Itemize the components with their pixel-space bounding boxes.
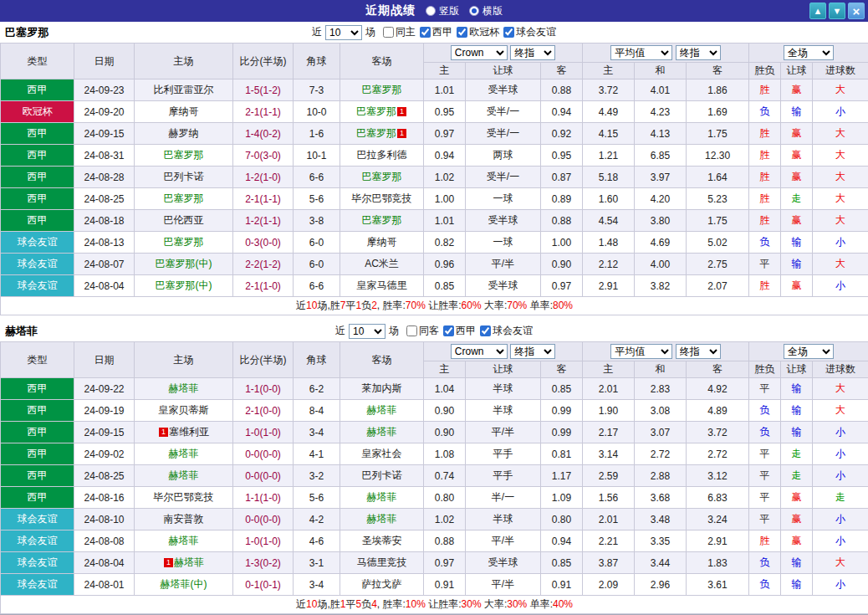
- avg-odds-select[interactable]: 平均值: [610, 45, 672, 60]
- handicap-cell: 受半/一: [466, 101, 541, 123]
- goals-cell: 小: [813, 422, 868, 443]
- filter-checkbox-input[interactable]: [503, 27, 514, 38]
- avg-stage-select[interactable]: 终指: [676, 45, 721, 60]
- away-odds-cell: 0.99: [541, 400, 583, 422]
- recent-count-select[interactable]: 10: [325, 25, 362, 40]
- filter-checkbox[interactable]: 同客: [406, 324, 439, 338]
- home-odds-cell: 1.08: [424, 443, 466, 465]
- away-team-cell: 赫塔菲: [340, 400, 424, 422]
- result-cell: 负: [749, 552, 781, 574]
- filter-checkbox-input[interactable]: [420, 27, 431, 38]
- avg-odds-select[interactable]: 平均值: [610, 344, 672, 359]
- odds-company-select[interactable]: Crown: [451, 344, 508, 359]
- odds-stage-select[interactable]: 终指: [510, 344, 555, 359]
- avg-away-cell: 2.07: [687, 275, 749, 297]
- handicap-cell: 受半球: [466, 552, 541, 574]
- filter-checkbox-input[interactable]: [443, 325, 454, 336]
- layout-radio-vertical[interactable]: 竖版: [426, 4, 459, 18]
- handicap-cell: 受半球: [466, 79, 541, 101]
- subcol-goals: 进球数: [813, 361, 868, 378]
- scroll-up-button[interactable]: ▲: [809, 3, 826, 19]
- avg-draw-cell: 2.72: [635, 443, 687, 465]
- col-header-score: 比分(半场): [233, 342, 294, 378]
- home-odds-cell: 0.85: [424, 275, 466, 297]
- layout-radio-horizontal[interactable]: 横版: [469, 4, 503, 18]
- filter-checkbox[interactable]: 同主: [383, 25, 416, 39]
- result-cell: 平: [749, 487, 781, 509]
- home-team-cell: 毕尔巴鄂竞技: [135, 487, 233, 509]
- filter-checkbox-input[interactable]: [457, 27, 467, 38]
- corner-cell: 1-6: [294, 123, 340, 145]
- away-team-cell: 巴塞罗那1: [340, 101, 424, 123]
- filter-checkbox[interactable]: 西甲: [443, 324, 476, 338]
- handicap-result-cell: 输: [781, 254, 813, 275]
- away-odds-cell: 0.85: [541, 552, 583, 574]
- home-team-name: 赫塔菲: [169, 469, 199, 481]
- filter-checkbox[interactable]: 欧冠杯: [457, 25, 499, 39]
- away-team-name: 巴塞罗那: [362, 214, 402, 226]
- filter-bar: 近 10 场 同客西甲球会友谊: [335, 324, 533, 339]
- filter-checkbox-label: 球会友谊: [493, 324, 533, 338]
- summary-part: 场,胜: [317, 598, 340, 610]
- handicap-cell: 平/半: [466, 574, 541, 596]
- away-team-name: 巴列卡诺: [362, 469, 402, 481]
- result-cell: 平: [749, 509, 781, 530]
- avg-away-cell: 2.91: [687, 530, 749, 552]
- home-team-cell: 巴塞罗那(中): [135, 254, 233, 275]
- subcol-avg-away: 客: [687, 361, 749, 378]
- home-team-name: 比利亚雷亚尔: [154, 84, 214, 95]
- avg-home-cell: 1.21: [583, 145, 635, 167]
- avg-draw-cell: 2.83: [635, 378, 687, 400]
- score-cell: 1-4(0-2): [233, 123, 294, 145]
- away-team-cell: AC米兰: [340, 254, 424, 275]
- goals-cell: 大: [813, 123, 868, 145]
- away-team-name: 赫塔菲: [367, 513, 397, 525]
- goals-cell: 大: [813, 254, 868, 275]
- scroll-down-button[interactable]: ▼: [829, 3, 845, 19]
- home-team-cell: 巴塞罗那: [135, 232, 233, 254]
- handicap-cell: 平/半: [466, 254, 541, 275]
- radio-icon: [469, 6, 479, 16]
- filter-checkbox[interactable]: 西甲: [420, 25, 452, 39]
- match-row: 西甲24-09-151塞维利亚1-0(1-0)3-4赫塔菲0.90平/半0.99…: [1, 422, 868, 443]
- filter-checkbox[interactable]: 球会友谊: [503, 25, 556, 39]
- match-row: 球会友谊24-08-07巴塞罗那(中)2-2(1-2)6-0AC米兰0.96平/…: [1, 254, 868, 275]
- corner-cell: 3-4: [294, 422, 340, 443]
- filter-checkbox-input[interactable]: [480, 325, 491, 336]
- away-odds-cell: 0.88: [541, 210, 583, 232]
- close-button[interactable]: ×: [848, 3, 865, 19]
- corner-cell: 4-2: [294, 509, 340, 530]
- handicap-result-cell: 赢: [781, 530, 813, 552]
- period-select[interactable]: 全场: [784, 344, 834, 359]
- home-odds-cell: 0.74: [424, 465, 466, 487]
- match-type-cell: 西甲: [1, 378, 74, 400]
- away-team-name: 皇家马德里: [357, 279, 407, 291]
- avg-away-cell: 1.64: [687, 167, 749, 188]
- home-team-name: 毕尔巴鄂竞技: [154, 491, 214, 503]
- filter-checkbox-input[interactable]: [406, 325, 417, 336]
- avg-stage-select[interactable]: 终指: [676, 344, 721, 359]
- summary-part: 30%: [462, 598, 482, 610]
- summary-part: 10%: [406, 598, 426, 610]
- summary-part: 10: [306, 300, 317, 311]
- avg-home-cell: 2.12: [583, 254, 635, 275]
- recent-count-select[interactable]: 10: [349, 324, 385, 339]
- filter-checkbox-input[interactable]: [383, 27, 394, 38]
- home-odds-cell: 0.97: [424, 552, 466, 574]
- match-type-cell: 球会友谊: [1, 254, 74, 275]
- subcol-away-odds: 客: [541, 361, 583, 378]
- avg-draw-cell: 3.07: [635, 422, 687, 443]
- odds-stage-select[interactable]: 终指: [510, 45, 555, 60]
- filter-checkbox[interactable]: 球会友谊: [480, 324, 533, 338]
- summary-part: 让胜率:: [426, 300, 462, 311]
- home-team-name: 巴塞罗那: [164, 149, 204, 161]
- subcol-away-odds: 客: [541, 63, 583, 79]
- goals-cell: 大: [813, 188, 868, 210]
- summary-part: 单率:: [527, 300, 553, 311]
- avg-home-cell: 2.91: [583, 275, 635, 297]
- period-select[interactable]: 全场: [784, 45, 834, 60]
- subcol-handicap: 让球: [466, 63, 541, 79]
- goals-cell: 小: [813, 232, 868, 254]
- odds-company-select[interactable]: Crown: [451, 45, 508, 60]
- match-date-cell: 24-08-25: [74, 188, 135, 210]
